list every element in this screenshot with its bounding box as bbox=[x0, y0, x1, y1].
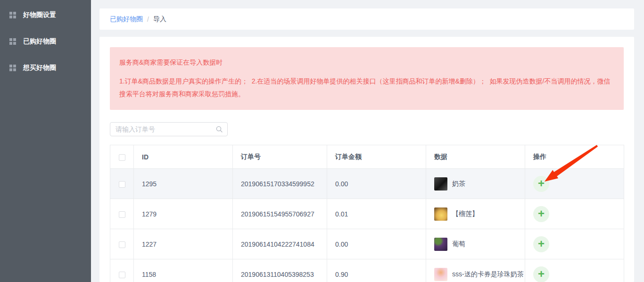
add-import-button[interactable]: + bbox=[533, 206, 549, 222]
cell-order-no: 20190615154955706927 bbox=[233, 199, 327, 229]
column-header-amount: 订单金额 bbox=[327, 145, 426, 169]
search-input[interactable] bbox=[110, 122, 228, 136]
table-row: 1279 20190615154955706927 0.01 【榴莲】 + bbox=[110, 199, 624, 229]
cell-amount: 0.00 bbox=[327, 229, 426, 259]
cell-id: 1158 bbox=[134, 259, 233, 282]
row-checkbox[interactable] bbox=[119, 181, 125, 188]
cell-data: 奶茶 bbox=[426, 169, 525, 199]
cell-action: + bbox=[525, 199, 624, 229]
cell-data: 葡萄 bbox=[426, 229, 525, 259]
product-name: 奶茶 bbox=[452, 180, 465, 188]
column-header-order-no: 订单号 bbox=[233, 145, 327, 169]
select-all-checkbox[interactable] bbox=[119, 154, 125, 161]
cell-action: + bbox=[525, 259, 624, 282]
grid-icon bbox=[9, 12, 16, 18]
product-name: 葡萄 bbox=[452, 240, 465, 249]
row-checkbox[interactable] bbox=[119, 272, 125, 278]
breadcrumb-parent-link[interactable]: 已购好物圈 bbox=[110, 15, 143, 24]
product-name: 【榴莲】 bbox=[452, 210, 479, 218]
sidebar-item-haowuquan-settings[interactable]: 好物圈设置 bbox=[0, 2, 91, 28]
cell-id: 1227 bbox=[134, 229, 233, 259]
cell-amount: 0.01 bbox=[327, 199, 426, 229]
sidebar-item-wishlist-haowuquan[interactable]: 想买好物圈 bbox=[0, 55, 91, 81]
cell-order-no: 20190614104222741084 bbox=[233, 229, 327, 259]
table-row: 1158 20190613110405398253 0.90 sss-送的卡券是… bbox=[110, 259, 624, 282]
sidebar-item-label: 好物圈设置 bbox=[23, 11, 56, 19]
breadcrumb-separator: / bbox=[147, 16, 149, 23]
table-header-row: ID 订单号 订单金额 数据 操作 bbox=[110, 145, 624, 169]
sidebar: 好物圈设置 已购好物圈 想买好物圈 bbox=[0, 0, 91, 282]
cell-id: 1295 bbox=[134, 169, 233, 199]
cell-data: 【榴莲】 bbox=[426, 199, 525, 229]
sidebar-item-label: 想买好物圈 bbox=[23, 64, 56, 72]
warning-banner: 服务商&商家需要保证在导入数据时 1.订单&商品数据是用户真实的操作产生的； 2… bbox=[110, 47, 624, 110]
cell-data: sss-送的卡券是珍珠奶茶 bbox=[426, 259, 525, 282]
cell-order-no: 20190613110405398253 bbox=[233, 259, 327, 282]
breadcrumb: 已购好物圈 / 导入 bbox=[99, 8, 634, 30]
product-thumbnail bbox=[434, 177, 447, 191]
product-thumbnail bbox=[434, 207, 447, 221]
row-checkbox[interactable] bbox=[119, 211, 125, 218]
order-search bbox=[110, 122, 228, 136]
table-row: 1227 20190614104222741084 0.00 葡萄 + bbox=[110, 229, 624, 259]
table-row: 1295 20190615170334599952 0.00 奶茶 + bbox=[110, 169, 624, 199]
cell-amount: 0.90 bbox=[327, 259, 426, 282]
column-header-data: 数据 bbox=[426, 145, 525, 169]
breadcrumb-current: 导入 bbox=[153, 15, 166, 24]
row-checkbox[interactable] bbox=[119, 241, 125, 248]
grid-icon bbox=[9, 65, 16, 71]
sidebar-item-label: 已购好物圈 bbox=[23, 37, 56, 46]
search-icon[interactable] bbox=[216, 126, 223, 133]
cell-id: 1279 bbox=[134, 199, 233, 229]
column-header-id: ID bbox=[134, 145, 233, 169]
cell-order-no: 20190615170334599952 bbox=[233, 169, 327, 199]
add-import-button[interactable]: + bbox=[533, 236, 549, 252]
main-content: 已购好物圈 / 导入 服务商&商家需要保证在导入数据时 1.订单&商品数据是用户… bbox=[91, 0, 644, 282]
cell-action: + bbox=[525, 169, 624, 199]
column-header-action: 操作 bbox=[525, 145, 624, 169]
product-name: sss-送的卡券是珍珠奶茶 bbox=[452, 270, 524, 279]
import-panel: 服务商&商家需要保证在导入数据时 1.订单&商品数据是用户真实的操作产生的； 2… bbox=[99, 37, 634, 282]
warning-title: 服务商&商家需要保证在导入数据时 bbox=[119, 58, 614, 67]
product-thumbnail bbox=[434, 238, 447, 251]
add-import-button[interactable]: + bbox=[533, 266, 549, 282]
warning-body: 1.订单&商品数据是用户真实的操作产生的； 2.在适当的场景调用好物单提供的相关… bbox=[119, 75, 614, 100]
add-import-button[interactable]: + bbox=[533, 176, 549, 192]
grid-icon bbox=[9, 38, 16, 45]
product-thumbnail bbox=[434, 268, 447, 281]
cell-amount: 0.00 bbox=[327, 169, 426, 199]
orders-table: ID 订单号 订单金额 数据 操作 1295 20190615170334599… bbox=[110, 145, 624, 282]
cell-action: + bbox=[525, 229, 624, 259]
sidebar-item-purchased-haowuquan[interactable]: 已购好物圈 bbox=[0, 28, 91, 55]
